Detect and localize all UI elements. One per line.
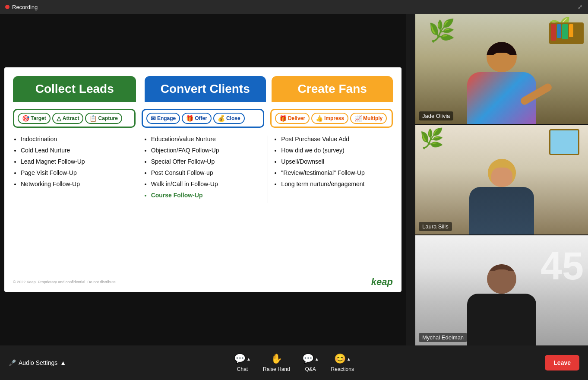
toolbar-center-items: 💬 ▲ Chat ✋ Raise Hand 💬 ▲ Q&A 😊 ▲ Reacti… (234, 353, 354, 372)
reactions-button-inner[interactable]: 😊 ▲ (334, 353, 351, 364)
tag-impress: 👍 Impress (311, 113, 348, 124)
list-item: Lead Magnet Follow-Up (21, 158, 133, 165)
qa-label: Q&A (305, 366, 316, 372)
attract-icon: △ (57, 115, 61, 122)
deliver-icon: 🎁 (279, 115, 287, 122)
col-create-header: Create Fans (272, 76, 393, 102)
list-item: Networking Follow-Up (21, 180, 133, 187)
participant-laura: 🌿 Laura Sills (415, 125, 588, 235)
chevron-up-icon: ▲ (60, 359, 66, 366)
raise-hand-label: Raise Hand (263, 366, 290, 372)
slide-footer: © 2022 Keap. Proprietary and confidentia… (13, 276, 393, 288)
list-item-highlight: Course Follow-Up (151, 192, 263, 199)
recording-label: Recording (12, 4, 38, 10)
create-fans-col: Post Purchase Value Add How did we do (s… (273, 136, 393, 203)
list-item: How did we do (survey) (281, 147, 393, 154)
fullscreen-icon[interactable]: ⤢ (578, 3, 583, 10)
qa-button[interactable]: 💬 ▲ Q&A (302, 353, 319, 372)
tag-attract: △ Attract (52, 113, 84, 124)
list-item: Cold Lead Nurture (21, 147, 133, 154)
tag-engage: ✉ Engage (146, 113, 180, 124)
list-item: Education/value Nurture (151, 136, 263, 142)
laura-overlay: 🌿 (415, 125, 588, 235)
multiply-icon: 📈 (354, 115, 362, 122)
create-tags: 🎁 Deliver 👍 Impress 📈 Multiply (270, 109, 393, 128)
leave-button[interactable]: Leave (545, 355, 579, 370)
window-decoration (549, 129, 579, 155)
wall-number: 45 (541, 244, 584, 288)
raise-hand-icon: ✋ (271, 353, 282, 364)
convert-clients-col: Education/value Nurture Objection/FAQ Fo… (143, 136, 263, 203)
list-item: Special Offer Follow-Up (151, 158, 263, 165)
plant-icon3: 🌿 (420, 127, 444, 150)
tag-multiply: 📈 Multiply (350, 113, 387, 124)
tag-capture: 📋 Capture (85, 113, 122, 124)
list-item: Post Consult Follow-up (151, 169, 263, 176)
tag-deliver: 🎁 Deliver (275, 113, 310, 124)
shelf-decoration (549, 22, 584, 44)
mychal-person (467, 264, 536, 345)
recording-dot (5, 5, 9, 9)
tag-target: 🎯 Target (18, 113, 51, 124)
participant-mychal: 45 Mychal Edelman (415, 235, 588, 345)
col-convert-header: Convert Clients (145, 76, 266, 102)
slide-header: Collect Leads Convert Clients Create Fan… (13, 76, 393, 102)
list-item: Long term nurture/engagement (281, 180, 393, 187)
list-item: Post Purchase Value Add (281, 136, 393, 142)
list-item: Objection/FAQ Follow-Up (151, 147, 263, 154)
tag-offer: 🎁 Offer (182, 113, 212, 124)
tag-close: 💰 Close (213, 113, 245, 124)
laura-name-label: Laura Sills (419, 222, 452, 231)
mychal-name-label: Mychal Edelman (419, 333, 467, 342)
engage-icon: ✉ (151, 115, 156, 122)
audio-settings-button[interactable]: 🎤 Audio Settings ▲ (9, 359, 66, 366)
chat-icon: 💬 (234, 353, 246, 364)
col-collect-header: Collect Leads (13, 76, 136, 102)
slide-body: Indoctrination Cold Lead Nurture Lead Ma… (13, 136, 393, 203)
audio-settings-label: Audio Settings (19, 359, 57, 366)
bottom-toolbar: 🎤 Audio Settings ▲ 💬 ▲ Chat ✋ Raise Hand… (0, 345, 588, 380)
list-item: Indoctrination (21, 136, 133, 142)
offer-icon: 🎁 (186, 115, 193, 122)
keap-logo: keap (371, 276, 393, 288)
presentation-area: Collect Leads Convert Clients Create Fan… (0, 14, 406, 345)
raise-hand-button[interactable]: ✋ Raise Hand (263, 353, 290, 372)
top-bar: Recording ⤢ (0, 0, 588, 14)
reactions-label: Reactions (331, 366, 354, 372)
reactions-icon: 😊 (334, 353, 346, 364)
reactions-arrow-icon: ▲ (347, 357, 351, 361)
convert-tags: ✉ Engage 🎁 Offer 💰 Close (142, 109, 264, 128)
participants-panel: 🌿 🌱 (415, 14, 588, 345)
chat-label: Chat (237, 366, 248, 372)
collect-leads-col: Indoctrination Cold Lead Nurture Lead Ma… (13, 136, 133, 203)
jade-person (467, 42, 536, 124)
capture-icon: 📋 (89, 115, 97, 122)
collect-tags: 🎯 Target △ Attract 📋 Capture (13, 109, 136, 128)
chat-arrow-icon: ▲ (247, 357, 251, 361)
qa-arrow-icon: ▲ (315, 357, 319, 361)
list-item: Walk in/Call in Follow-Up (151, 180, 263, 187)
list-item: "Review/testimonial" Follow-Up (281, 169, 393, 176)
plant-icon: 🌿 (428, 18, 455, 43)
laura-person (469, 159, 534, 234)
target-icon: 🎯 (22, 115, 29, 122)
close-icon: 💰 (218, 115, 225, 122)
jade-name-label: Jade Olivia (419, 111, 453, 120)
col-divider-2 (268, 136, 268, 203)
slide: Collect Leads Convert Clients Create Fan… (4, 67, 401, 292)
qa-button-inner[interactable]: 💬 ▲ (302, 353, 319, 364)
slide-tags-row: 🎯 Target △ Attract 📋 Capture ✉ Engage (13, 109, 393, 128)
participant-jade: 🌿 🌱 (415, 14, 588, 124)
jade-overlay: 🌿 🌱 (415, 14, 588, 124)
microphone-icon: 🎤 (9, 359, 16, 366)
qa-icon: 💬 (302, 353, 314, 364)
col-divider-1 (138, 136, 138, 203)
chat-button-inner[interactable]: 💬 ▲ (234, 353, 251, 364)
reactions-button[interactable]: 😊 ▲ Reactions (331, 353, 354, 372)
copyright: © 2022 Keap. Proprietary and confidentia… (13, 280, 117, 284)
list-item: Upsell/Downsell (281, 158, 393, 165)
list-item: Page Visit Follow-Up (21, 169, 133, 176)
mychal-overlay: 45 (415, 235, 588, 345)
chat-button[interactable]: 💬 ▲ Chat (234, 353, 251, 372)
impress-icon: 👍 (316, 115, 323, 122)
